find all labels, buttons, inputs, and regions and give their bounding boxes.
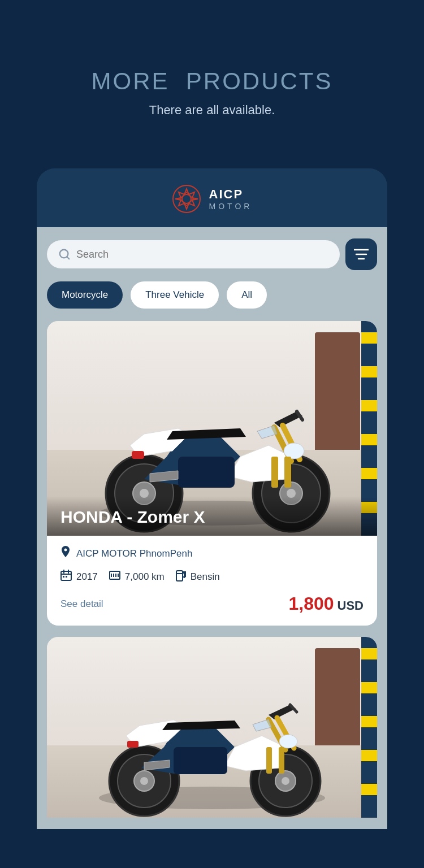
logo-text: AICP MOTOR (209, 187, 253, 211)
svg-rect-28 (63, 576, 64, 578)
logo-icon (172, 184, 201, 214)
see-detail-1[interactable]: See detail (60, 598, 103, 610)
specs-row-1: 2017 7,000 km (60, 569, 364, 584)
location-icon-1 (60, 546, 71, 561)
logo-name: AICP (209, 187, 244, 202)
filter-icon (354, 248, 369, 261)
svg-line-16 (297, 411, 302, 420)
price-tag-1: 1,800 USD (288, 593, 364, 614)
motorcycle-svg-2 (47, 637, 377, 818)
svg-point-42 (140, 777, 148, 785)
calendar-icon-1 (60, 570, 72, 584)
dealer-row-1: AICP MOTOR PhnomPenh (60, 546, 364, 561)
svg-rect-35 (176, 571, 183, 581)
svg-point-20 (284, 443, 304, 459)
price-row-1: See detail 1,800 USD (60, 593, 364, 614)
vehicle-name-overlay-1: HONDA - Zomer X (47, 496, 377, 536)
fuel-text-1: Bensin (191, 571, 220, 583)
vehicle-image-1: HONDA - Zomer X (47, 321, 377, 536)
logo-sub: MOTOR (209, 202, 253, 211)
svg-point-46 (282, 777, 289, 785)
svg-rect-52 (127, 741, 139, 748)
tab-three-vehicle[interactable]: Three Vehicle (131, 281, 219, 309)
hero-section: MORE PRODUCTS There are all available. (0, 0, 424, 151)
search-bar (47, 238, 377, 270)
svg-rect-23 (284, 457, 291, 488)
svg-rect-19 (178, 457, 235, 488)
vehicle-image-2 (47, 637, 377, 818)
tab-motorcycle[interactable]: Motorcycle (47, 281, 123, 309)
svg-point-37 (183, 576, 185, 578)
spec-mileage-1: 7,000 km (109, 570, 165, 584)
spec-fuel-1: Bensin (176, 569, 220, 584)
svg-rect-53 (266, 747, 272, 774)
filter-button[interactable] (345, 238, 377, 270)
app-header: AICP MOTOR (37, 168, 387, 227)
search-input[interactable] (76, 249, 328, 261)
logo-container: AICP MOTOR (37, 184, 387, 214)
svg-rect-22 (271, 457, 278, 488)
category-tabs: Motorcycle Three Vehicle All (47, 281, 377, 309)
svg-rect-29 (66, 576, 67, 578)
svg-line-3 (67, 257, 69, 259)
hero-title-light: PRODUCTS (186, 68, 333, 94)
fuel-icon-1 (176, 569, 186, 584)
hero-subtitle: There are all available. (23, 103, 401, 118)
search-icon (58, 248, 71, 261)
odometer-icon-1 (109, 570, 120, 584)
svg-point-51 (279, 735, 297, 748)
tab-all[interactable]: All (227, 281, 267, 309)
vehicle-card-2 (47, 637, 377, 818)
svg-rect-54 (279, 747, 284, 774)
spec-year-1: 2017 (60, 570, 98, 584)
search-input-wrapper[interactable] (47, 240, 340, 268)
svg-rect-21 (132, 451, 144, 459)
dealer-name-1: AICP MOTOR PhnomPenh (76, 548, 192, 559)
hero-title: MORE PRODUCTS (23, 68, 401, 95)
vehicle-details-1: AICP MOTOR PhnomPenh (47, 536, 377, 626)
year-text-1: 2017 (76, 571, 98, 583)
price-currency-1: USD (338, 598, 364, 613)
price-amount-1: 1,800 (288, 593, 334, 614)
svg-rect-50 (174, 747, 227, 774)
vehicle-card-1: HONDA - Zomer X AICP MOTOR PhnomPenh (47, 321, 377, 626)
hero-title-bold: MORE (91, 68, 169, 94)
mileage-text-1: 7,000 km (125, 571, 165, 583)
app-card: AICP MOTOR (37, 168, 387, 829)
app-content: Motorcycle Three Vehicle All (37, 227, 387, 829)
